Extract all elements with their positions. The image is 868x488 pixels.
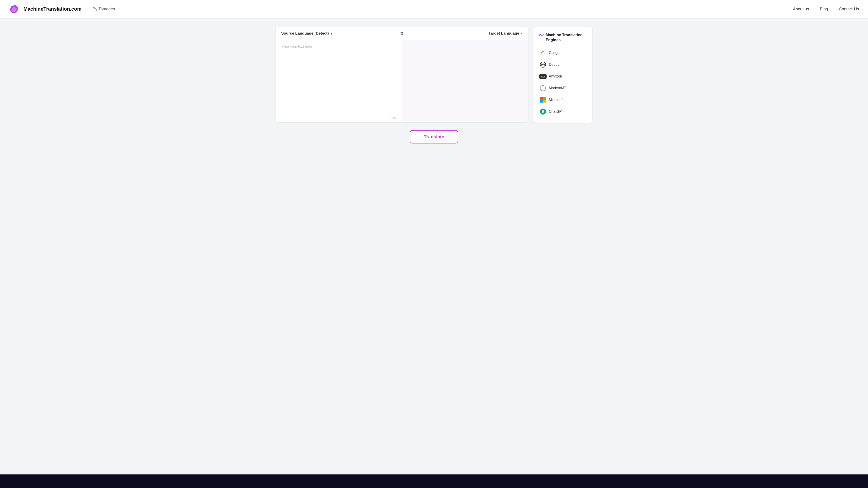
logo-icon bbox=[9, 4, 20, 14]
translate-button-wrapper: Translate bbox=[276, 130, 592, 143]
engine-item-deepl[interactable]: DeepL bbox=[538, 59, 588, 70]
translation-header: Source Language (Detect) ▾ Target Langua… bbox=[276, 27, 528, 40]
engines-title-text: Machine Translation Engines bbox=[546, 33, 583, 42]
translation-card: Source Language (Detect) ▾ Target Langua… bbox=[276, 27, 528, 122]
engines-title: ↗↙ Machine Translation Engines bbox=[538, 33, 588, 42]
brand-area: MachineTranslation.com By Tomedes bbox=[9, 4, 115, 14]
source-language-label: Source Language (Detect) bbox=[281, 31, 329, 36]
source-panel: 1/250 bbox=[276, 40, 402, 122]
nav-contact[interactable]: Contact Us bbox=[839, 7, 859, 11]
chatgpt-icon-svg bbox=[541, 110, 545, 113]
deepl-logo bbox=[540, 61, 546, 68]
nav-about[interactable]: About us bbox=[793, 7, 809, 11]
engine-name-amazon: Amazon bbox=[549, 74, 562, 78]
chatgpt-logo bbox=[540, 108, 546, 115]
engine-item-modernmt[interactable]: i ModernMT bbox=[538, 82, 588, 94]
engine-item-google[interactable]: G Google bbox=[538, 47, 588, 59]
main-content: Source Language (Detect) ▾ Target Langua… bbox=[0, 18, 868, 475]
source-language-selector[interactable]: Source Language (Detect) ▾ bbox=[281, 31, 332, 36]
header-nav: About us Blog Contact Us bbox=[793, 7, 859, 11]
translation-container: Source Language (Detect) ▾ Target Langua… bbox=[276, 27, 592, 123]
engines-arrows-icon: ↗↙ bbox=[538, 33, 544, 38]
brand-name: MachineTranslation.com bbox=[24, 6, 82, 12]
engine-name-deepl: DeepL bbox=[549, 63, 559, 67]
char-count: 1/250 bbox=[390, 116, 397, 120]
header: MachineTranslation.com By Tomedes About … bbox=[0, 0, 868, 18]
amazon-logo: aws bbox=[540, 73, 546, 79]
engine-name-google: Google bbox=[549, 51, 561, 55]
engine-name-chatgpt: ChatGPT bbox=[549, 109, 564, 113]
modernmt-logo: i bbox=[540, 85, 546, 91]
engine-item-chatgpt[interactable]: ChatGPT bbox=[538, 106, 588, 118]
target-chevron-icon: ▾ bbox=[521, 32, 523, 35]
google-logo: G bbox=[540, 50, 546, 56]
engines-sidebar: ↗↙ Machine Translation Engines G Google bbox=[533, 27, 592, 123]
microsoft-logo bbox=[540, 97, 546, 103]
engine-item-microsoft[interactable]: Microsoft bbox=[538, 94, 588, 106]
brand-divider bbox=[87, 5, 87, 13]
deepl-icon bbox=[541, 63, 545, 66]
swap-icon bbox=[399, 31, 405, 36]
footer bbox=[0, 475, 868, 488]
source-chevron-icon: ▾ bbox=[331, 32, 332, 35]
engine-item-amazon[interactable]: aws Amazon bbox=[538, 70, 588, 82]
translation-body: 1/250 bbox=[276, 40, 528, 122]
target-panel bbox=[402, 40, 528, 122]
source-text-input[interactable] bbox=[281, 44, 397, 113]
translate-button[interactable]: Translate bbox=[410, 130, 458, 143]
engine-name-microsoft: Microsoft bbox=[549, 98, 563, 102]
swap-languages-button[interactable] bbox=[399, 31, 405, 36]
brand-by: By Tomedes bbox=[93, 7, 115, 11]
engine-name-modernmt: ModernMT bbox=[549, 86, 566, 90]
nav-blog[interactable]: Blog bbox=[820, 7, 828, 11]
target-language-selector[interactable]: Target Language ▾ bbox=[489, 31, 523, 36]
target-language-label: Target Language bbox=[489, 31, 519, 36]
